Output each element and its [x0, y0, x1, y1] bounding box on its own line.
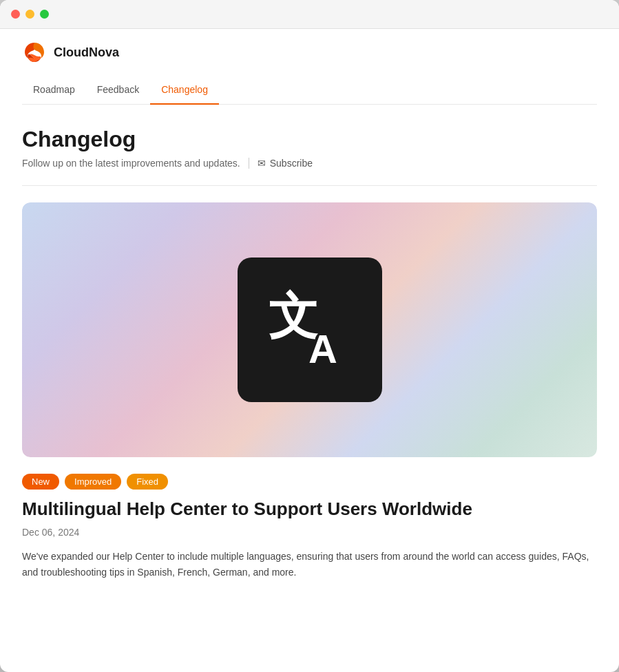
article-tags: New Improved Fixed	[22, 474, 597, 490]
subscribe-button[interactable]: ✉ Subscribe	[258, 158, 313, 169]
main-nav: Roadmap Feedback Changelog	[22, 76, 597, 105]
brand-name: CloudNova	[54, 45, 119, 60]
subscribe-label: Subscribe	[270, 158, 313, 169]
nav-item-changelog[interactable]: Changelog	[150, 76, 219, 105]
maximize-button[interactable]	[40, 10, 49, 19]
mail-icon: ✉	[258, 158, 266, 169]
tag-improved: Improved	[65, 474, 121, 490]
app-header: CloudNova Roadmap Feedback Changelog	[0, 29, 619, 105]
nav-item-feedback[interactable]: Feedback	[86, 76, 150, 105]
feature-image: 文 A	[22, 202, 597, 457]
app-window: CloudNova Roadmap Feedback Changelog Cha…	[0, 0, 619, 672]
translation-icon-wrapper: 文 A	[238, 258, 382, 402]
minimize-button[interactable]	[25, 10, 34, 19]
tag-fixed: Fixed	[127, 474, 168, 490]
section-divider	[22, 185, 597, 186]
nav-item-roadmap[interactable]: Roadmap	[22, 76, 86, 105]
brand: CloudNova	[22, 40, 597, 65]
article-title: Multilingual Help Center to Support User…	[22, 498, 597, 521]
page-title: Changelog	[22, 127, 597, 152]
feature-card: 文 A	[22, 202, 597, 457]
brand-logo	[22, 40, 47, 65]
title-bar	[0, 0, 619, 29]
svg-text:A: A	[308, 326, 337, 371]
article-date: Dec 06, 2024	[22, 527, 597, 538]
main-content: Changelog Follow up on the latest improv…	[0, 105, 619, 672]
close-button[interactable]	[11, 10, 20, 19]
article-body: We've expanded our Help Center to includ…	[22, 549, 597, 580]
subscribe-divider	[249, 158, 249, 169]
page-subtitle: Follow up on the latest improvements and…	[22, 158, 240, 169]
translation-icon: 文 A	[262, 282, 358, 378]
subtitle-row: Follow up on the latest improvements and…	[22, 158, 597, 169]
tag-new: New	[22, 474, 59, 490]
